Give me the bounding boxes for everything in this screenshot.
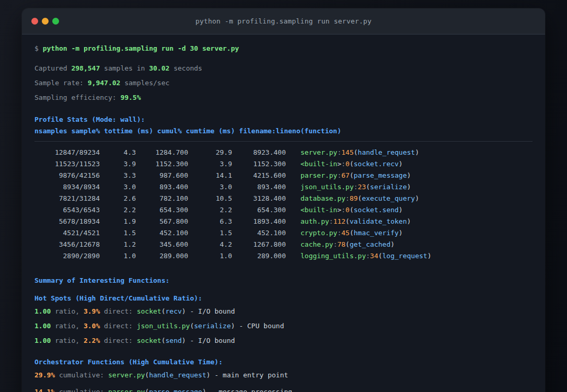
hot-spot-line: 1.00 ratio, 3.0% direct: json_utils.py(s… (34, 321, 533, 331)
close-paren: ) (407, 217, 411, 225)
orchestrators-title: Orchestrator Functions (High Cumulative … (34, 357, 533, 367)
function-ref-cell: logging_utils.py:34(log_request) (286, 250, 431, 262)
function-ref-cell: <built-in>:0(socket.send) (286, 204, 403, 216)
sample-pct-cell: 3.9 (100, 158, 136, 170)
nsamples-cell: 11523/11523 (34, 158, 100, 170)
ratio-value: 1.00 (34, 337, 51, 344)
module-name: socket (137, 337, 161, 344)
table-row: 6543/65432.2654.3002.2654.300<built-in>:… (34, 204, 533, 216)
filename: auth.py (300, 217, 329, 225)
efficiency-label: Sampling efficiency: (34, 94, 117, 101)
cumtime-cell: 654.300 (232, 204, 286, 216)
open-paren: ( (366, 183, 370, 191)
open-paren: ( (350, 160, 354, 168)
function-name: validate_token (350, 217, 407, 225)
tottime-cell: 893.400 (136, 181, 188, 193)
function-ref: socket(recv) (137, 307, 186, 315)
cumtime-cell: 8923.400 (232, 147, 286, 158)
lineno: 145 (341, 148, 353, 156)
colon: : (354, 183, 358, 191)
module-name: json_utils.py (137, 322, 190, 330)
cumul-pct-cell: 10.5 (188, 193, 232, 204)
filename: parser.py (300, 171, 337, 179)
close-paren: ) (407, 171, 411, 179)
lineno: 78 (337, 240, 345, 248)
function-name: serialize (370, 183, 407, 191)
colon: : (345, 194, 350, 202)
terminal-window: python -m profiling.sampling run server.… (22, 8, 545, 392)
lineno: 67 (341, 171, 350, 179)
function-name: execute_query (362, 194, 415, 202)
efficiency-line: Sampling efficiency: 99.5% (34, 93, 533, 103)
close-paren: ) (415, 194, 419, 202)
nsamples-cell: 5678/18934 (34, 216, 100, 227)
close-paren: ) (399, 160, 403, 168)
sample-rate-suffix: samples/sec (124, 79, 169, 87)
open-paren: ( (345, 240, 350, 248)
close-paren: ) (390, 240, 395, 248)
note-text: - main entry point (214, 371, 288, 379)
title-bar: python -m profiling.sampling run server.… (22, 8, 545, 34)
cumul-pct-cell: 14.1 (188, 170, 232, 181)
close-paren: ) (202, 388, 206, 392)
tottime-cell: 1284.700 (136, 147, 188, 158)
cumulative-pct: 14.1% (34, 388, 55, 392)
ratio-label: ratio, (55, 307, 79, 315)
hot-spot-line: 1.00 ratio, 2.2% direct: socket(send) - … (34, 336, 533, 346)
function-name: handle_request (358, 148, 415, 156)
lineno: 0 (345, 160, 350, 168)
sample-pct-cell: 2.6 (100, 193, 136, 204)
colon: : (341, 206, 345, 214)
filename: <built-in (300, 160, 337, 168)
close-paren: ) (206, 371, 211, 379)
filename: database.py (300, 194, 345, 202)
hot-spot-line: 1.00 ratio, 3.9% direct: socket(recv) - … (34, 306, 533, 317)
close-paren: ) (399, 206, 403, 214)
ratio-label: ratio, (55, 322, 79, 330)
open-paren: ( (145, 388, 149, 392)
close-paren: ) (182, 307, 186, 315)
tottime-cell: 452.100 (136, 227, 188, 239)
cumul-pct-cell: 29.9 (188, 147, 232, 158)
profile-stats-title: Profile Stats (Mode: wall): (34, 114, 533, 125)
function-name: hmac_verify (354, 229, 399, 237)
sample-pct-cell: 2.2 (100, 204, 136, 216)
tottime-cell: 567.800 (136, 216, 188, 227)
nsamples-cell: 8934/8934 (34, 181, 100, 193)
sample-pct-cell: 4.3 (100, 147, 136, 158)
sample-pct-cell: 1.2 (100, 239, 136, 250)
cumul-pct-cell: 2.2 (188, 204, 232, 216)
profile-table: 12847/892344.31284.70029.98923.400server… (34, 147, 533, 262)
hot-spots-title: Hot Spots (High Direct/Cumulative Ratio)… (34, 293, 533, 304)
nsamples-cell: 4521/4521 (34, 227, 100, 239)
cumulative-label: cumulative: (59, 388, 104, 392)
function-ref: server.py(handle_request) (108, 371, 211, 379)
function-name: log_request (383, 252, 427, 260)
cumtime-cell: 1152.300 (232, 158, 286, 170)
nsamples-cell: 3456/12678 (34, 239, 100, 250)
table-row: 3456/126781.2345.6004.21267.800cache.py:… (34, 239, 533, 250)
prompt-line: $ python -m profiling.sampling run -d 30… (34, 43, 533, 54)
open-paren: ( (161, 307, 166, 315)
tottime-cell: 345.600 (136, 239, 188, 250)
table-row: 8934/89343.0893.4003.0893.400json_utils.… (34, 181, 533, 193)
close-paren: ) (231, 322, 235, 330)
ratio-value: 1.00 (34, 322, 51, 330)
cumul-pct-cell: 1.0 (188, 250, 232, 262)
function-ref-cell: cache.py:78(get_cached) (286, 239, 395, 250)
tottime-cell: 987.600 (136, 170, 188, 181)
sample-pct-cell: 1.0 (100, 250, 136, 262)
sample-pct-cell: 1.9 (100, 216, 136, 227)
captured-mid: samples in (104, 64, 145, 72)
function-ref-cell: json_utils.py:23(serialize) (286, 181, 411, 193)
cumul-pct-cell: 1.5 (188, 227, 232, 239)
open-paren: ( (161, 337, 166, 344)
function-name: socket.send (354, 206, 399, 214)
cumtime-cell: 1267.800 (232, 239, 286, 250)
open-paren: ( (350, 171, 354, 179)
colon: : (329, 217, 333, 225)
function-name: handle_request (149, 371, 206, 379)
sample-pct-cell: 3.3 (100, 170, 136, 181)
sample-pct-cell: 1.5 (100, 227, 136, 239)
close-paren: ) (182, 337, 186, 344)
